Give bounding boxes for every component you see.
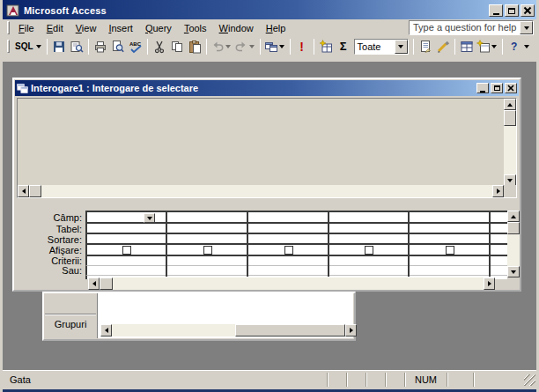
ask-a-question-value[interactable]: Type a question for help [410, 21, 520, 34]
scroll-thumb[interactable] [504, 110, 516, 126]
diagram-vscrollbar[interactable] [504, 99, 516, 186]
column-divider[interactable] [166, 212, 167, 277]
copy-button[interactable] [168, 38, 186, 55]
scroll-track[interactable] [41, 185, 492, 197]
help-button[interactable]: ? [506, 38, 523, 55]
diagram-hscrollbar[interactable] [18, 185, 504, 197]
database-list-hscrollbar[interactable] [100, 324, 351, 337]
show-checkbox-col4[interactable] [365, 246, 373, 255]
query-diagram-pane[interactable] [17, 98, 517, 198]
query-minimize-button[interactable] [476, 83, 489, 93]
menu-insert[interactable]: Insert [102, 21, 139, 35]
scroll-up-button[interactable] [504, 99, 516, 110]
query-maximize-button[interactable] [491, 83, 503, 93]
file-search-button[interactable] [68, 38, 85, 55]
groups-section-button[interactable]: Grupuri [45, 314, 96, 333]
show-checkbox-col1[interactable] [122, 246, 131, 255]
field-dropdown-button[interactable] [144, 213, 155, 223]
scroll-left-button[interactable] [100, 324, 112, 337]
status-panel [447, 373, 473, 387]
table-row-cells[interactable] [85, 224, 507, 234]
query-type-button[interactable] [263, 38, 287, 55]
new-object-dropdown[interactable] [491, 45, 498, 48]
show-checkbox-col5[interactable] [446, 246, 454, 255]
menu-query[interactable]: Query [139, 21, 178, 35]
top-values-value[interactable]: Toate [355, 40, 395, 54]
print-button[interactable] [92, 38, 109, 55]
menu-window[interactable]: Window [213, 21, 260, 35]
undo-button[interactable] [210, 38, 233, 55]
cut-button[interactable] [151, 38, 168, 55]
scroll-right-button[interactable] [345, 324, 357, 337]
column-divider[interactable] [489, 212, 491, 277]
menu-file[interactable]: File [12, 21, 41, 35]
scroll-left-button[interactable] [88, 277, 100, 290]
scroll-track[interactable] [507, 234, 520, 266]
database-object-list[interactable] [97, 293, 353, 338]
top-values-dropdown[interactable] [395, 40, 408, 54]
run-button[interactable]: ! [293, 38, 311, 55]
or-row-cells[interactable] [85, 266, 507, 276]
scroll-thumb[interactable] [235, 324, 345, 337]
properties-icon [418, 40, 432, 54]
sort-row-cells[interactable] [85, 234, 507, 245]
save-button[interactable] [50, 38, 68, 55]
scroll-track[interactable] [113, 277, 484, 290]
show-checkbox-col2[interactable] [203, 246, 212, 255]
menubar-drag-handle[interactable] [7, 21, 10, 34]
totals-button[interactable]: Σ [335, 38, 352, 55]
properties-button[interactable] [417, 38, 434, 55]
build-button[interactable] [434, 38, 452, 55]
sql-view-button[interactable]: SQL [12, 38, 44, 55]
column-divider[interactable] [408, 212, 410, 277]
status-panel [365, 373, 385, 387]
scroll-left-button[interactable] [18, 185, 29, 197]
menu-edit[interactable]: Edit [41, 21, 70, 35]
ask-a-question-dropdown[interactable] [520, 21, 533, 34]
maximize-button[interactable] [505, 4, 519, 17]
scroll-up-button[interactable] [507, 211, 520, 222]
show-checkbox-col3[interactable] [284, 246, 293, 255]
scroll-track[interactable] [504, 126, 516, 174]
toolbar-drag-handle[interactable] [7, 40, 10, 53]
sql-view-dropdown[interactable] [35, 45, 43, 48]
scroll-thumb[interactable] [29, 185, 41, 197]
scroll-thumb[interactable] [507, 222, 520, 234]
scroll-right-button[interactable] [492, 185, 504, 197]
grid-hscrollbar[interactable] [88, 277, 495, 290]
database-window-button[interactable] [458, 38, 476, 55]
redo-button[interactable] [233, 38, 257, 55]
show-table-button[interactable] [317, 38, 335, 55]
close-button[interactable] [521, 4, 535, 17]
toolbar-options-button[interactable] [523, 45, 531, 48]
column-divider[interactable] [328, 212, 329, 277]
arrow-right-icon [488, 281, 491, 286]
redo-dropdown[interactable] [248, 45, 256, 48]
print-preview-button[interactable] [109, 38, 127, 55]
undo-dropdown[interactable] [225, 45, 233, 48]
menu-help[interactable]: Help [260, 21, 292, 35]
scroll-down-button[interactable] [507, 266, 520, 277]
grid-vscrollbar[interactable] [507, 211, 520, 277]
resize-grip[interactable] [524, 374, 535, 386]
scroll-thumb[interactable] [100, 277, 113, 290]
cut-icon [152, 40, 166, 54]
query-type-dropdown[interactable] [278, 45, 286, 48]
minimize-button[interactable] [489, 4, 503, 17]
menu-tools[interactable]: Tools [178, 21, 213, 35]
ask-a-question-combo[interactable]: Type a question for help [409, 20, 534, 35]
criteria-row-cells[interactable] [85, 256, 507, 266]
menu-view[interactable]: View [70, 21, 103, 35]
column-divider[interactable] [247, 212, 248, 277]
query-design-toolbar: SQL [3, 36, 536, 56]
scroll-right-button[interactable] [484, 277, 495, 290]
spelling-button[interactable]: ABC [127, 38, 144, 55]
paste-button[interactable] [186, 38, 203, 55]
field-row-cells[interactable] [85, 212, 507, 224]
new-object-button[interactable] [476, 38, 499, 55]
scroll-track[interactable] [112, 324, 235, 337]
show-row-cells[interactable] [85, 245, 507, 256]
access-app-icon [6, 4, 20, 18]
top-values-combo[interactable]: Toate [354, 39, 409, 55]
query-close-button[interactable] [505, 83, 517, 93]
